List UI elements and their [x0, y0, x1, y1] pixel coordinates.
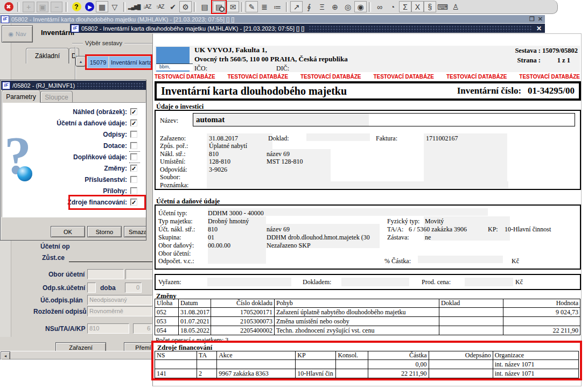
- cell: [439, 317, 503, 326]
- sort-descending-icon[interactable]: ↓AZ: [141, 1, 153, 13]
- preview-window-titlebar[interactable]: iF 05802 - Inventární karta dlouhodobého…: [70, 24, 545, 33]
- run-icon[interactable]: ▶: [83, 1, 96, 13]
- keyboard-icon[interactable]: ⌨: [436, 1, 449, 13]
- doba-field[interactable]: 0: [125, 283, 142, 293]
- storno-button[interactable]: Storno: [87, 226, 122, 237]
- print-icon[interactable]: ▤: [198, 1, 211, 13]
- nav-button[interactable]: ◉ Nav: [2, 25, 33, 43]
- cell: 31.08.2017: [179, 308, 211, 317]
- signpost-icon[interactable]: Ξ: [316, 1, 328, 13]
- restore-window-icon[interactable]: ❐: [529, 16, 535, 23]
- eye-icon[interactable]: ◉: [354, 1, 367, 12]
- clock-icon[interactable]: ◔: [386, 1, 399, 13]
- report-field-label: Umístění:: [160, 158, 185, 166]
- cell: 1705200171: [211, 308, 275, 317]
- obor-ucetni-field-1[interactable]: [87, 269, 124, 279]
- report-field-value: 01: [208, 234, 214, 242]
- app-logo-icon: iF: [71, 25, 79, 32]
- horizontal-scrollbar[interactable]: ◄: [0, 351, 152, 359]
- report-field-value: ne: [425, 234, 431, 242]
- report-field-value: Nezařazeno SKP: [267, 242, 311, 250]
- toolbar-separator: [286, 2, 288, 12]
- rozlozeni-field[interactable]: Rovnoměrně: [87, 306, 152, 316]
- params-dialog-titlebar[interactable]: iF /05802 - (RJ_MJINVF1): [1, 81, 146, 90]
- ok-button[interactable]: OK: [51, 226, 85, 237]
- check-icon[interactable]: ✔: [166, 1, 179, 13]
- value-block: [306, 133, 370, 141]
- report-field-label: Nákl. stř.:: [160, 150, 186, 158]
- external-link-icon[interactable]: ↗: [290, 1, 303, 12]
- checkbox-label: Zdroje financování:: [17, 199, 127, 206]
- odpis-plan-field[interactable]: Neodpisovaný: [87, 295, 152, 305]
- checkbox-dotace[interactable]: [130, 142, 137, 149]
- scroll-left-icon[interactable]: ◄: [1, 351, 10, 359]
- run-glyph: ▶: [85, 2, 94, 11]
- nsu-field-2[interactable]: 6: [133, 323, 152, 334]
- table-header-row: NS TA Akce KP Konsol. Částka Odepsáno Or…: [155, 351, 579, 360]
- edit-icon[interactable]: ✎: [246, 1, 258, 12]
- obor-ucetni-field-2[interactable]: [125, 269, 152, 279]
- help-icon[interactable]: ?: [70, 1, 83, 13]
- back-window-title: 05802 - Inventární karta dlouhodobého ma…: [11, 16, 234, 23]
- col-header: Částka: [368, 351, 429, 360]
- sigma-icon[interactable]: Σ: [399, 1, 411, 12]
- checkbox-odpisy[interactable]: [130, 131, 137, 138]
- close-icon[interactable]: ✖: [2, 1, 15, 13]
- calendar-icon[interactable]: ▦: [96, 1, 108, 12]
- list-icon[interactable]: ≣: [258, 1, 271, 13]
- report-field-label: Odpovídá:: [160, 166, 187, 174]
- close-preview-icon[interactable]: ✕: [536, 25, 545, 32]
- checkbox-prislusenstvi[interactable]: [130, 176, 137, 183]
- cell: [336, 369, 368, 378]
- tab-parametry[interactable]: Parametry: [2, 90, 40, 103]
- checkbox-zdroje-financovani[interactable]: ✓: [130, 199, 137, 206]
- col-header: NS: [155, 351, 197, 360]
- close-window-icon[interactable]: ✕: [538, 16, 543, 23]
- save-icon[interactable]: ▣: [37, 2, 48, 12]
- report-list-item-id[interactable]: 15079: [88, 57, 108, 68]
- report-field-value: 00.00.00: [208, 242, 230, 250]
- checkbox-nahled[interactable]: ✓: [130, 108, 137, 115]
- report-field-value: název 69: [267, 150, 290, 158]
- zmeny-table: Uloha Datum Číslo dokladu Pohyb Doklad H…: [155, 299, 580, 335]
- sort-ascending-icon[interactable]: ↑AZ: [153, 1, 166, 13]
- col-header: Hodnota: [503, 299, 580, 308]
- nsu-field-1[interactable]: 810: [87, 323, 129, 334]
- wrench-icon[interactable]: ⚙: [179, 1, 192, 12]
- checkbox-doplnkove[interactable]: [130, 153, 137, 160]
- strana-label: Strana :: [503, 57, 541, 65]
- delete-icon[interactable]: −: [51, 2, 62, 12]
- glasses-icon[interactable]: ∞: [373, 1, 386, 13]
- checkbox-label: Změny:: [17, 165, 127, 172]
- compass-icon[interactable]: ◎: [341, 1, 354, 13]
- checkbox-zmeny[interactable]: ✓: [130, 165, 137, 172]
- odp-sk-field[interactable]: [87, 283, 96, 293]
- globe-icon[interactable]: ⊕: [328, 1, 341, 13]
- print-preview-icon[interactable]: ▤: [213, 1, 225, 12]
- excel-export-icon[interactable]: X: [411, 1, 424, 12]
- company-name: UK VYVOJ, Fakulta 1,: [194, 46, 267, 54]
- toolbar-separator: [123, 2, 125, 12]
- smazat-button[interactable]: Smaza: [124, 226, 146, 237]
- checkbox-prilohy[interactable]: [130, 187, 137, 194]
- code-file-icon[interactable]: §: [424, 1, 436, 12]
- paperclip-icon[interactable]: ∮: [303, 1, 316, 13]
- checkbox-ucetni-danove[interactable]: ✓: [130, 119, 137, 126]
- chart-icon[interactable]: ▂▄▆█: [128, 1, 141, 13]
- checklist-icon[interactable]: ≔: [271, 1, 284, 13]
- spin-up-button[interactable]: ▲: [75, 56, 86, 67]
- reader-icon[interactable]: ♙: [449, 1, 462, 13]
- filter-icon[interactable]: ▽: [108, 1, 121, 13]
- mail-icon[interactable]: ✉: [227, 1, 239, 12]
- report-field-label: Soubor:: [160, 173, 180, 181]
- tab-zakladni[interactable]: Základní: [26, 48, 69, 64]
- report-field-value: Úplatné nabytí: [209, 142, 247, 150]
- report-list-item-name[interactable]: Inventární karta: [109, 57, 152, 68]
- back-window-titlebar[interactable]: iF 05802 - Inventární karta dlouhodobého…: [0, 15, 545, 23]
- tab-sloupce[interactable]: Sloupce: [40, 91, 73, 103]
- report-field-label: Poznámka:: [160, 181, 188, 189]
- add-icon[interactable]: +: [23, 2, 34, 12]
- col-header: Doklad: [439, 299, 503, 308]
- form-label-ucetni-op: Účetní op: [40, 243, 70, 250]
- watermark-row: TESTOVACÍ DATABÁZE TESTOVACÍ DATABÁZE TE…: [155, 74, 580, 80]
